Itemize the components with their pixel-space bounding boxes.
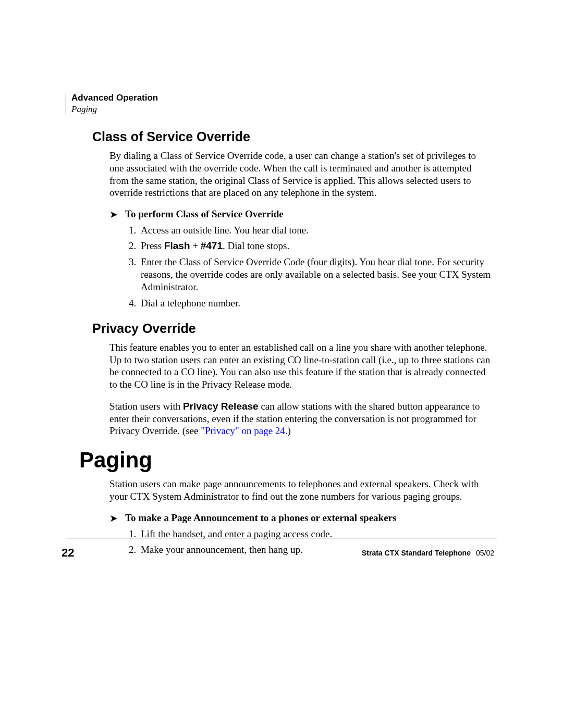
paging-step-1: Lift the handset, and enter a paging acc… — [139, 528, 491, 540]
running-header: Advanced Operation Paging — [66, 93, 158, 115]
privacy-cross-ref-link[interactable]: "Privacy" on page 24 — [201, 425, 285, 436]
content-area: Class of Service Override By dialing a C… — [79, 129, 491, 567]
paging-body: Station users can make page announcement… — [109, 478, 491, 556]
cos-steps-list: Access an outside line. You hear dial to… — [109, 224, 491, 310]
header-chapter: Advanced Operation — [71, 93, 158, 103]
cos-step-3: Enter the Class of Service Override Code… — [139, 256, 491, 294]
cos-step-1: Access an outside line. You hear dial to… — [139, 224, 491, 237]
footer-doc-title: Strata CTX Standard Telephone05/02 — [362, 549, 494, 557]
cos-body: By dialing a Class of Service Override c… — [109, 150, 491, 310]
step-text: . Dial tone stops. — [223, 240, 289, 251]
page: Advanced Operation Paging Class of Servi… — [0, 0, 563, 728]
page-number: 22 — [62, 546, 74, 560]
step-text: Press — [141, 240, 164, 251]
header-section: Paging — [71, 104, 158, 115]
privacy-body: This feature enables you to enter an est… — [109, 341, 491, 437]
procedure-heading-paging: To make a Page Announcement to a phones … — [109, 512, 491, 524]
footer-doc-name: Strata CTX Standard Telephone — [362, 549, 471, 557]
heading-cos-override: Class of Service Override — [92, 129, 491, 144]
heading-privacy-override: Privacy Override — [92, 321, 491, 336]
cos-paragraph: By dialing a Class of Service Override c… — [109, 150, 491, 199]
para-text: Station users with — [109, 401, 183, 412]
cos-step-2: Press Flash + #471. Dial tone stops. — [139, 240, 491, 252]
privacy-paragraph-1: This feature enables you to enter an est… — [109, 341, 491, 391]
para-text: .) — [285, 425, 291, 436]
footer-rule — [66, 538, 497, 538]
flash-key: Flash — [164, 240, 190, 251]
privacy-release-key: Privacy Release — [183, 401, 259, 412]
paging-paragraph: Station users can make page announcement… — [109, 478, 491, 503]
privacy-paragraph-2: Station users with Privacy Release can a… — [109, 400, 491, 437]
heading-paging: Paging — [79, 448, 491, 473]
dial-code: #471 — [201, 240, 223, 251]
procedure-heading-cos: To perform Class of Service Override — [109, 208, 491, 220]
cos-step-4: Dial a telephone number. — [139, 297, 491, 310]
step-text: + — [190, 240, 201, 251]
footer-date: 05/02 — [476, 549, 494, 557]
